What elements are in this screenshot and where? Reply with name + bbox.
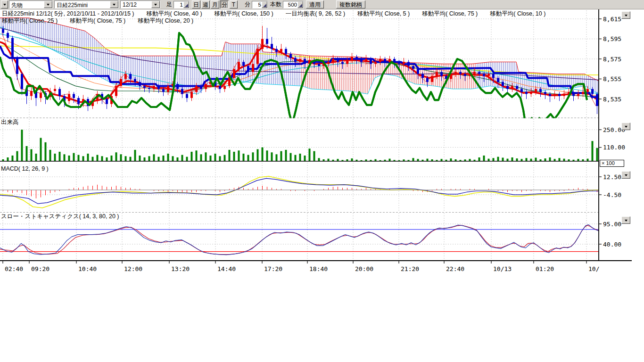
indicator-label: 移動平均( Close, 150 ) bbox=[215, 10, 273, 17]
time-axis-label: 21:20 bbox=[401, 265, 419, 272]
stochastics-panel-collapse-button[interactable] bbox=[621, 216, 630, 224]
symbol-value: 日経225mini bbox=[55, 1, 110, 8]
time-axis-label: 17:20 bbox=[264, 265, 282, 272]
stochastics-panel-label: スロー・ストキャスティクス( 14, 3, 80, 20 ) bbox=[1, 213, 119, 221]
volume-panel bbox=[2, 130, 598, 161]
indicator-label: 日経225mini 12/12( 5分, 2012/10/11 - 2012/1… bbox=[2, 10, 134, 17]
contract-month-select[interactable]: 12/12 bbox=[120, 0, 160, 8]
instrument-type-value: 先物 bbox=[9, 1, 44, 8]
indicator-label: 移動平均( Close, 5 ) bbox=[357, 10, 410, 17]
chevron-down-icon bbox=[625, 220, 627, 223]
spinner-icon[interactable] bbox=[297, 1, 303, 8]
chevron-down-icon bbox=[3, 4, 6, 7]
bar-label: 足 bbox=[166, 0, 172, 8]
axis-tick-label: 12.50 bbox=[603, 173, 621, 181]
chevron-down-icon bbox=[625, 126, 627, 129]
bar-interval-input[interactable] bbox=[174, 2, 183, 8]
left-dropdown-button[interactable] bbox=[1, 0, 8, 8]
apply-button[interactable]: 適用 bbox=[306, 0, 324, 8]
time-axis-label: 13:20 bbox=[171, 265, 190, 272]
time-axis-label: 01:20 bbox=[536, 265, 554, 272]
volume-panel-collapse-button[interactable] bbox=[621, 123, 630, 130]
chevron-down-icon[interactable] bbox=[151, 1, 160, 8]
indicator-label: 一目均衡表( 9, 26, 52 ) bbox=[286, 10, 345, 17]
volume-panel-label: 出来高 bbox=[1, 118, 19, 126]
bars-count-stepper[interactable] bbox=[283, 1, 304, 8]
period-week-button[interactable]: 週 bbox=[201, 0, 210, 8]
chevron-down-icon bbox=[625, 174, 627, 178]
bars-count-label: 本数 bbox=[270, 0, 281, 8]
time-axis-label: 09:20 bbox=[31, 265, 50, 272]
axis-tick-label: 8,555 bbox=[603, 75, 621, 82]
period-month-button[interactable]: 月 bbox=[211, 0, 219, 8]
period-tick-button[interactable]: T bbox=[230, 0, 238, 8]
toolbar: 先物 日経225mini 12/12 足 日 週 月 分 T 分 本数 bbox=[0, 0, 644, 9]
axis-tick-label: 110.00 bbox=[603, 144, 625, 151]
indicator-label: 移動平均( Close, 10 ) bbox=[490, 10, 545, 17]
chevron-down-icon bbox=[625, 15, 627, 18]
indicator-label: 移動平均( Close, 75 ) bbox=[422, 10, 478, 17]
spinner-icon[interactable] bbox=[262, 1, 267, 8]
time-axis-label: 12:00 bbox=[124, 265, 142, 272]
minute-label: 分 bbox=[245, 0, 250, 8]
time-axis-label: 22:40 bbox=[446, 265, 464, 272]
time-axis-label: 20:00 bbox=[355, 265, 373, 272]
macd-panel-label: MACD( 12, 26, 9 ) bbox=[1, 165, 49, 172]
stochastics-panel bbox=[0, 225, 599, 255]
volume-multiplier-badge: × 100 bbox=[600, 160, 624, 167]
axis-tick-label: 8,615 bbox=[603, 16, 621, 23]
axis-tick-label: 40.00 bbox=[603, 241, 621, 248]
time-axis-label: 14:40 bbox=[217, 265, 236, 272]
minute-stepper[interactable] bbox=[252, 1, 268, 8]
chevron-down-icon[interactable] bbox=[44, 1, 52, 8]
contract-month-value: 12/12 bbox=[121, 1, 151, 8]
minute-input[interactable] bbox=[252, 2, 262, 8]
time-axis-label: 10:40 bbox=[78, 265, 97, 272]
macd-panel bbox=[0, 176, 599, 208]
multi-symbol-button[interactable]: 複数銘柄 bbox=[336, 0, 365, 8]
spinner-icon[interactable] bbox=[183, 1, 189, 8]
bar-interval-stepper[interactable] bbox=[173, 1, 190, 8]
period-minute-button[interactable]: 分 bbox=[220, 0, 229, 8]
indicator-header-row2: 移動平均( Close, 25 )移動平均( Close, 75 )移動平均( … bbox=[2, 17, 206, 25]
bars-count-input[interactable] bbox=[283, 2, 297, 8]
period-day-button[interactable]: 日 bbox=[192, 0, 200, 8]
time-axis-label: 10/13 bbox=[493, 265, 512, 272]
chevron-down-icon[interactable] bbox=[110, 1, 118, 8]
axis-tick-label: -4.50 bbox=[603, 191, 621, 198]
symbol-select[interactable]: 日経225mini bbox=[54, 0, 119, 8]
macd-panel-collapse-button[interactable] bbox=[621, 171, 630, 179]
axis-tick-label: 95.00 bbox=[603, 221, 621, 228]
time-axis-label: 02:40 bbox=[5, 265, 23, 272]
app-window: 8,6158,5958,5758,5558,535250.00110.0012.… bbox=[0, 0, 644, 362]
axis-tick-label: 8,575 bbox=[603, 56, 621, 63]
time-axis-label: 10/ bbox=[588, 265, 599, 272]
indicator-label: 移動平均( Close, 75 ) bbox=[70, 17, 125, 24]
instrument-type-select[interactable]: 先物 bbox=[9, 0, 53, 8]
indicator-label: 移動平均( Close, 20 ) bbox=[138, 17, 193, 24]
price-panel bbox=[0, 18, 599, 124]
indicator-label: 移動平均( Close, 25 ) bbox=[2, 17, 58, 24]
time-axis-label: 18:40 bbox=[309, 265, 328, 272]
axes: 8,6158,5958,5758,5558,535250.00110.0012.… bbox=[0, 9, 632, 272]
price-panel-collapse-button[interactable] bbox=[621, 11, 630, 19]
indicator-label: 移動平均( Close, 40 ) bbox=[147, 10, 202, 17]
axis-tick-label: 8,595 bbox=[603, 35, 621, 42]
axis-tick-label: 8,535 bbox=[603, 96, 621, 103]
chart-canvas[interactable]: 8,6158,5958,5758,5558,535250.00110.0012.… bbox=[0, 0, 644, 362]
